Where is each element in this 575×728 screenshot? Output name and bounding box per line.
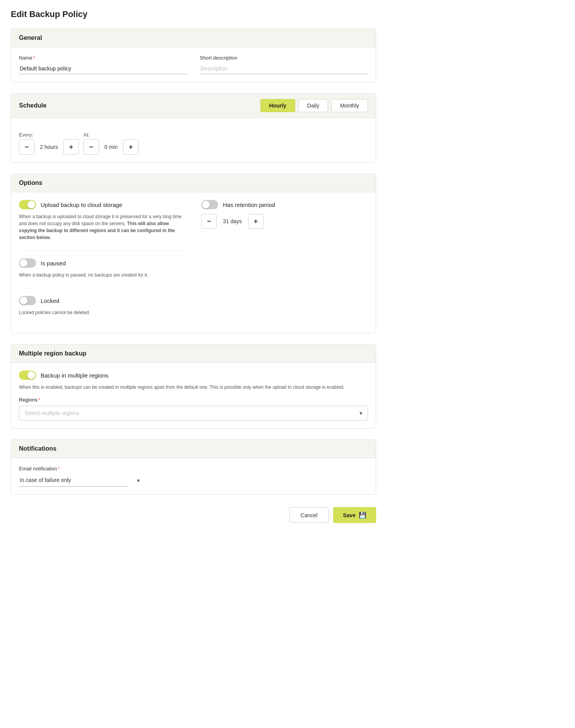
general-section-body: Name* Short description	[11, 47, 376, 82]
backup-multiple-description: When this is enabled, backups can be cre…	[19, 384, 368, 391]
hourly-button[interactable]: Hourly	[260, 99, 295, 112]
paused-toggle-row: Is paused	[19, 258, 186, 268]
schedule-buttons: Hourly Daily Monthly	[260, 99, 368, 112]
name-label: Name*	[19, 55, 187, 61]
minutes-increment-button[interactable]: +	[123, 139, 139, 155]
at-label: At:	[84, 132, 139, 138]
retention-decrement-button[interactable]: −	[201, 214, 217, 229]
minutes-stepper-row: − 0 min +	[84, 139, 139, 155]
locked-option: Locked Locked policies cannot be deleted…	[19, 296, 186, 316]
regions-required: *	[38, 397, 40, 403]
email-notification-group: Email notification* In case of failure o…	[19, 466, 143, 487]
schedule-title: Schedule	[19, 102, 46, 109]
backup-multiple-label: Backup in multiple regions	[41, 372, 108, 379]
general-form-row: Name* Short description	[19, 55, 368, 74]
retention-toggle[interactable]	[201, 200, 218, 209]
options-section: Options Upload backup to cloud storage W…	[11, 174, 376, 333]
monthly-button[interactable]: Monthly	[331, 99, 368, 112]
description-group: Short description	[200, 55, 368, 74]
minutes-stepper-group: At: − 0 min +	[84, 132, 139, 155]
paused-description: When a backup policy is paused, no backu…	[19, 272, 186, 279]
options-grid: Upload backup to cloud storage When a ba…	[19, 200, 368, 325]
schedule-section-body: Every: − 2 hours + At: − 0 min +	[11, 118, 376, 162]
email-select-wrapper: In case of failure only Always Never	[19, 474, 143, 487]
locked-toggle-knob	[20, 297, 27, 304]
divider-2	[19, 288, 186, 288]
upload-description: When a backup is uploaded to cloud stora…	[19, 213, 186, 241]
retention-value: 31 days	[217, 218, 248, 224]
schedule-controls: Every: − 2 hours + At: − 0 min +	[19, 132, 368, 155]
schedule-section-header: Schedule Hourly Daily Monthly	[11, 94, 376, 118]
bottom-bar: Cancel Save 💾	[11, 507, 376, 523]
retention-option: Has retention period − 31 days +	[201, 200, 368, 229]
regions-select[interactable]: Select multiple regions ▾	[19, 406, 368, 420]
multiple-region-header: Multiple region backup	[11, 345, 376, 363]
options-left: Upload backup to cloud storage When a ba…	[19, 200, 186, 325]
save-button[interactable]: Save 💾	[333, 507, 376, 523]
notifications-title: Notifications	[19, 445, 56, 452]
locked-label: Locked	[41, 297, 59, 304]
upload-label: Upload backup to cloud storage	[41, 202, 122, 208]
paused-option: Is paused When a backup policy is paused…	[19, 258, 186, 279]
options-right: Has retention period − 31 days +	[201, 200, 368, 325]
daily-button[interactable]: Daily	[298, 99, 328, 112]
retention-label: Has retention period	[223, 202, 275, 208]
minutes-decrement-button[interactable]: −	[84, 139, 99, 155]
hours-decrement-button[interactable]: −	[19, 139, 34, 155]
options-title: Options	[19, 179, 42, 186]
name-input[interactable]	[19, 63, 187, 74]
upload-option: Upload backup to cloud storage When a ba…	[19, 200, 186, 241]
minutes-value: 0 min	[99, 144, 123, 150]
regions-chevron-icon: ▾	[359, 410, 362, 416]
backup-multiple-toggle[interactable]	[19, 371, 36, 380]
hours-stepper-group: Every: − 2 hours +	[19, 132, 79, 155]
schedule-section: Schedule Hourly Daily Monthly Every: − 2…	[11, 93, 376, 163]
backup-multiple-toggle-row: Backup in multiple regions	[19, 371, 368, 380]
regions-label: Regions*	[19, 397, 368, 403]
upload-toggle-row: Upload backup to cloud storage	[19, 200, 186, 209]
hours-stepper-row: − 2 hours +	[19, 139, 79, 155]
description-label: Short description	[200, 55, 368, 61]
notifications-body: Email notification* In case of failure o…	[11, 458, 376, 494]
general-section-header: General	[11, 29, 376, 47]
locked-toggle-row: Locked	[19, 296, 186, 305]
upload-toggle-knob	[27, 201, 35, 208]
multiple-region-title: Multiple region backup	[19, 350, 86, 357]
retention-toggle-row: Has retention period	[201, 200, 368, 209]
paused-label: Is paused	[41, 260, 66, 267]
cancel-button[interactable]: Cancel	[289, 507, 329, 523]
save-label: Save	[343, 512, 356, 518]
multiple-region-section: Multiple region backup Backup in multipl…	[11, 344, 376, 429]
email-select[interactable]: In case of failure only Always Never	[19, 474, 127, 487]
options-section-body: Upload backup to cloud storage When a ba…	[11, 192, 376, 333]
locked-toggle[interactable]	[19, 296, 36, 305]
description-input[interactable]	[200, 63, 368, 74]
backup-multiple-toggle-knob	[27, 371, 35, 379]
hours-increment-button[interactable]: +	[63, 139, 79, 155]
retention-increment-button[interactable]: +	[248, 214, 264, 229]
locked-description: Locked policies cannot be deleted.	[19, 309, 186, 316]
upload-toggle[interactable]	[19, 200, 36, 209]
page-title: Edit Backup Policy	[11, 9, 376, 19]
notifications-section: Notifications Email notification* In cas…	[11, 439, 376, 495]
general-section: General Name* Short description	[11, 29, 376, 82]
multiple-region-body: Backup in multiple regions When this is …	[11, 363, 376, 428]
save-icon: 💾	[359, 511, 366, 519]
notifications-header: Notifications	[11, 440, 376, 458]
paused-toggle-knob	[20, 259, 27, 267]
hours-value: 2 hours	[34, 144, 63, 150]
retention-stepper: − 31 days +	[201, 214, 368, 229]
retention-toggle-knob	[202, 201, 210, 208]
name-group: Name*	[19, 55, 187, 74]
email-required: *	[58, 466, 60, 472]
paused-toggle[interactable]	[19, 258, 36, 268]
options-section-header: Options	[11, 174, 376, 192]
name-required: *	[33, 55, 35, 61]
every-label: Every:	[19, 132, 79, 138]
general-title: General	[19, 34, 42, 41]
regions-placeholder: Select multiple regions	[25, 410, 79, 416]
divider-1	[19, 250, 186, 251]
email-label: Email notification*	[19, 466, 143, 472]
